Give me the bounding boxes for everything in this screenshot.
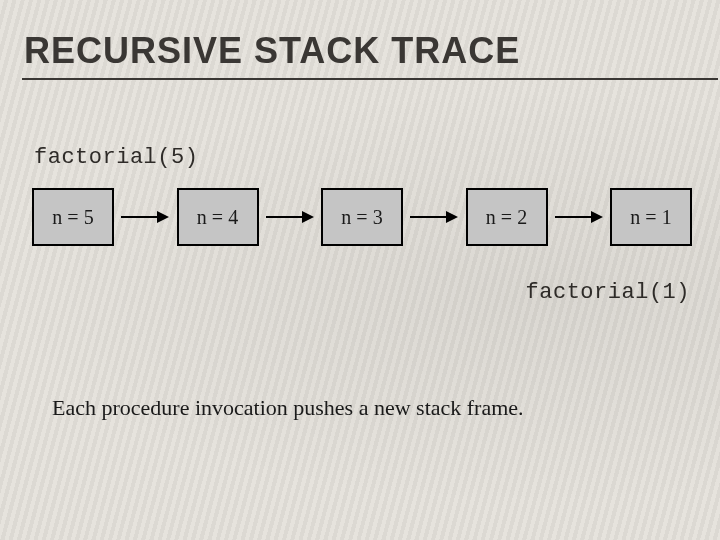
- bottom-call-label: factorial(1): [526, 280, 690, 305]
- stack-frame: n = 2: [466, 188, 548, 246]
- svg-marker-1: [157, 211, 169, 223]
- stack-frame: n = 5: [32, 188, 114, 246]
- svg-marker-5: [446, 211, 458, 223]
- arrow-right-icon: [410, 210, 458, 224]
- stack-frame: n = 1: [610, 188, 692, 246]
- stack-frame: n = 3: [321, 188, 403, 246]
- svg-marker-7: [591, 211, 603, 223]
- arrow-right-icon: [555, 210, 603, 224]
- stack-frame: n = 4: [177, 188, 259, 246]
- stack-frames-row: n = 5 n = 4 n = 3 n = 2 n = 1: [32, 188, 692, 246]
- svg-marker-3: [302, 211, 314, 223]
- arrow-right-icon: [266, 210, 314, 224]
- arrow-right-icon: [121, 210, 169, 224]
- slide-caption: Each procedure invocation pushes a new s…: [52, 395, 524, 421]
- title-underline: [22, 78, 718, 80]
- slide-title: RECURSIVE STACK TRACE: [24, 30, 520, 72]
- top-call-label: factorial(5): [34, 145, 198, 170]
